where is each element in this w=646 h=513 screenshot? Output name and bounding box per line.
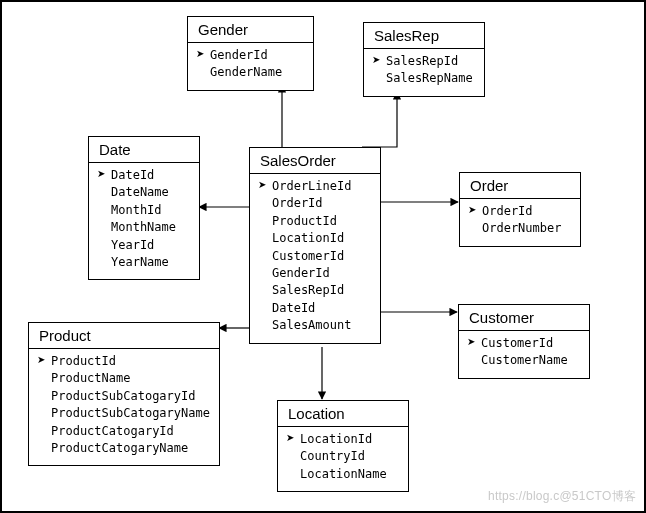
field-name: ProductName [51, 370, 130, 387]
field-row: LocationName [286, 466, 400, 483]
field-row: GenderId [258, 265, 372, 282]
entity-title: Date [89, 137, 199, 163]
field-name: ProductSubCatogaryName [51, 405, 210, 422]
entity-title: Gender [188, 17, 313, 43]
field-row: ➤OrderId [468, 203, 572, 220]
field-row: YearName [97, 254, 191, 271]
pk-marker-icon: ➤ [286, 431, 300, 446]
entity-title: Order [460, 173, 580, 199]
field-name: LocationId [272, 230, 344, 247]
field-name: CountryId [300, 448, 365, 465]
field-name: ProductId [272, 213, 337, 230]
field-name: SalesRepId [272, 282, 344, 299]
pk-marker-icon: ➤ [258, 178, 272, 193]
field-name: DateId [272, 300, 315, 317]
field-name: ProductCatogaryId [51, 423, 174, 440]
entity-title: Product [29, 323, 219, 349]
field-row: ProductId [258, 213, 372, 230]
field-row: YearId [97, 237, 191, 254]
field-name: YearName [111, 254, 169, 271]
field-row: DateName [97, 184, 191, 201]
field-row: ➤OrderLineId [258, 178, 372, 195]
field-row: MonthName [97, 219, 191, 236]
entity-location: Location➤LocationIdCountryIdLocationName [277, 400, 409, 492]
field-name: LocationName [300, 466, 387, 483]
field-name: DateName [111, 184, 169, 201]
field-name: GenderId [272, 265, 330, 282]
entity-body: ➤SalesRepIdSalesRepName [364, 49, 484, 96]
field-row: CountryId [286, 448, 400, 465]
field-row: SalesAmount [258, 317, 372, 334]
field-name: CustomerId [272, 248, 344, 265]
pk-marker-icon: ➤ [37, 353, 51, 368]
entity-product: Product➤ProductIdProductNameProductSubCa… [28, 322, 220, 466]
entity-body: ➤LocationIdCountryIdLocationName [278, 427, 408, 491]
entity-order: Order➤OrderIdOrderNumber [459, 172, 581, 247]
entity-salesorder: SalesOrder➤OrderLineIdOrderIdProductIdLo… [249, 147, 381, 344]
connector-salesorder-salesrep [362, 92, 397, 147]
entity-salesrep: SalesRep➤SalesRepIdSalesRepName [363, 22, 485, 97]
pk-marker-icon: ➤ [97, 167, 111, 182]
entity-customer: Customer➤CustomerIdCustomerName [458, 304, 590, 379]
field-name: OrderNumber [482, 220, 561, 237]
field-name: YearId [111, 237, 154, 254]
field-row: GenderName [196, 64, 305, 81]
field-row: ProductCatogaryName [37, 440, 211, 457]
field-row: ProductSubCatogaryId [37, 388, 211, 405]
field-row: ➤LocationId [286, 431, 400, 448]
field-name: MonthId [111, 202, 162, 219]
field-row: DateId [258, 300, 372, 317]
field-name: OrderId [482, 203, 533, 220]
entity-body: ➤CustomerIdCustomerName [459, 331, 589, 378]
field-row: MonthId [97, 202, 191, 219]
pk-marker-icon: ➤ [196, 47, 210, 62]
entity-title: SalesRep [364, 23, 484, 49]
entity-body: ➤ProductIdProductNameProductSubCatogaryI… [29, 349, 219, 465]
field-row: CustomerName [467, 352, 581, 369]
field-row: SalesRepName [372, 70, 476, 87]
diagram-canvas: Gender➤GenderIdGenderNameSalesRep➤SalesR… [0, 0, 646, 513]
field-name: OrderId [272, 195, 323, 212]
field-row: ProductSubCatogaryName [37, 405, 211, 422]
field-row: CustomerId [258, 248, 372, 265]
field-row: ProductName [37, 370, 211, 387]
field-name: GenderName [210, 64, 282, 81]
field-name: SalesRepId [386, 53, 458, 70]
field-name: SalesAmount [272, 317, 351, 334]
entity-gender: Gender➤GenderIdGenderName [187, 16, 314, 91]
field-name: SalesRepName [386, 70, 473, 87]
field-name: ProductCatogaryName [51, 440, 188, 457]
field-row: LocationId [258, 230, 372, 247]
field-row: OrderNumber [468, 220, 572, 237]
field-row: ➤CustomerId [467, 335, 581, 352]
field-row: ➤ProductId [37, 353, 211, 370]
field-name: OrderLineId [272, 178, 351, 195]
field-name: MonthName [111, 219, 176, 236]
entity-title: SalesOrder [250, 148, 380, 174]
entity-title: Customer [459, 305, 589, 331]
field-row: ➤SalesRepId [372, 53, 476, 70]
field-row: ProductCatogaryId [37, 423, 211, 440]
entity-date: Date➤DateIdDateNameMonthIdMonthNameYearI… [88, 136, 200, 280]
field-row: OrderId [258, 195, 372, 212]
field-row: ➤GenderId [196, 47, 305, 64]
entity-body: ➤OrderIdOrderNumber [460, 199, 580, 246]
pk-marker-icon: ➤ [372, 53, 386, 68]
field-name: ProductId [51, 353, 116, 370]
field-name: DateId [111, 167, 154, 184]
entity-title: Location [278, 401, 408, 427]
entity-body: ➤GenderIdGenderName [188, 43, 313, 90]
pk-marker-icon: ➤ [468, 203, 482, 218]
field-name: ProductSubCatogaryId [51, 388, 196, 405]
field-name: LocationId [300, 431, 372, 448]
watermark-text: https://blog.c@51CTO博客 [488, 488, 636, 505]
field-row: SalesRepId [258, 282, 372, 299]
pk-marker-icon: ➤ [467, 335, 481, 350]
field-name: CustomerId [481, 335, 553, 352]
entity-body: ➤OrderLineIdOrderIdProductIdLocationIdCu… [250, 174, 380, 343]
field-row: ➤DateId [97, 167, 191, 184]
field-name: CustomerName [481, 352, 568, 369]
entity-body: ➤DateIdDateNameMonthIdMonthNameYearIdYea… [89, 163, 199, 279]
field-name: GenderId [210, 47, 268, 64]
